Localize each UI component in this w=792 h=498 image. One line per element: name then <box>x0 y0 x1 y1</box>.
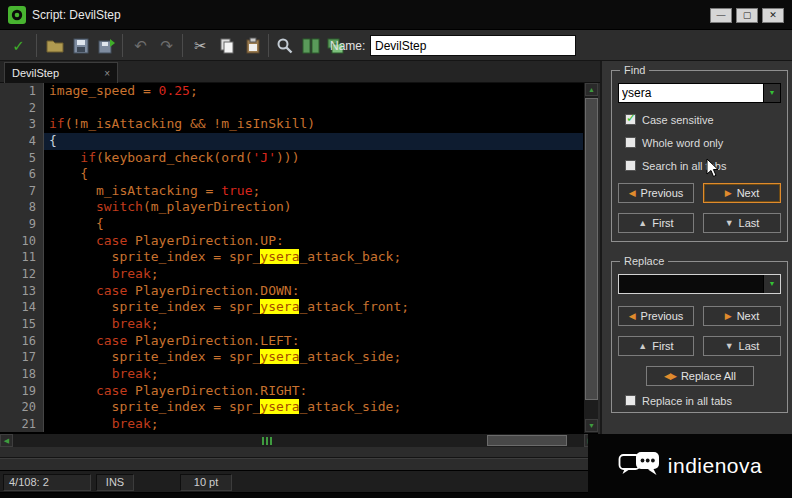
line-number: 6 <box>0 166 44 183</box>
search-icon[interactable] <box>272 33 297 58</box>
code-line[interactable]: 19 case PlayerDirection.RIGHT: <box>0 383 583 400</box>
code-line[interactable]: 4{ <box>0 133 583 150</box>
code-line[interactable]: 10 case PlayerDirection.UP: <box>0 233 583 250</box>
name-input[interactable] <box>370 35 576 56</box>
status-font-size: 10 pt <box>180 474 232 491</box>
undo-icon[interactable]: ↶ <box>128 33 153 58</box>
scroll-left-icon[interactable]: ◀ <box>0 434 13 447</box>
code-line[interactable]: 20 sprite_index = spr_ysera_attack_side; <box>0 399 583 416</box>
dropdown-arrow-icon[interactable]: ▼ <box>763 275 780 293</box>
code-line[interactable]: 16 case PlayerDirection.LEFT: <box>0 333 583 350</box>
save-icon[interactable] <box>68 33 93 58</box>
replace-first-button[interactable]: ▲ First <box>618 336 694 356</box>
code-text[interactable]: sprite_index = spr_ysera_attack_side; <box>44 349 583 366</box>
code-line[interactable]: 2 <box>0 100 583 117</box>
window-title: Script: DevilStep <box>32 8 121 22</box>
code-editor[interactable]: 1image_speed = 0.25;23if(!m_isAttacking … <box>0 83 583 433</box>
redo-icon[interactable]: ↷ <box>154 33 179 58</box>
find-previous-button[interactable]: ◀ Previous <box>618 183 694 203</box>
replace-next-button[interactable]: ▶ Next <box>703 306 781 326</box>
toolbar-separator <box>182 34 183 57</box>
code-line[interactable]: 7 m_isAttacking = true; <box>0 183 583 200</box>
checkbox-box[interactable]: ✓ <box>625 114 636 125</box>
code-line[interactable]: 11 sprite_index = spr_ysera_attack_back; <box>0 249 583 266</box>
replace-input[interactable] <box>619 275 763 293</box>
line-number: 12 <box>0 266 44 283</box>
find-last-button[interactable]: ▼ Last <box>703 213 781 233</box>
cut-icon[interactable]: ✂ <box>188 33 213 58</box>
horizontal-scroll-thumb[interactable] <box>487 435 567 446</box>
code-text[interactable]: { <box>44 216 583 233</box>
replace-combobox[interactable]: ▼ <box>618 274 781 294</box>
code-line[interactable]: 21 break; <box>0 416 583 433</box>
code-text[interactable]: if(keyboard_check(ord('J'))) <box>44 150 583 167</box>
code-line[interactable]: 9 { <box>0 216 583 233</box>
title-bar[interactable]: Script: DevilStep — ▢ ✕ <box>0 0 792 30</box>
save-as-icon[interactable] <box>94 33 119 58</box>
find-next-button[interactable]: ▶ Next <box>703 183 781 203</box>
find-first-button[interactable]: ▲ First <box>618 213 694 233</box>
code-text[interactable]: { <box>44 166 583 183</box>
code-line[interactable]: 6 { <box>0 166 583 183</box>
code-text[interactable]: case PlayerDirection.DOWN: <box>44 283 583 300</box>
vertical-scroll-thumb[interactable] <box>585 98 598 400</box>
tab-devilstep[interactable]: DevilStep × <box>4 62 118 83</box>
vertical-scrollbar[interactable]: ▲ ▼ <box>583 83 598 433</box>
horizontal-scrollbar[interactable]: ◀ ▶ <box>0 433 598 447</box>
code-text[interactable]: switch(m_playerDirection) <box>44 199 583 216</box>
toolbar-separator <box>36 34 37 57</box>
code-line[interactable]: 3if(!m_isAttacking && !m_isInSkill) <box>0 116 583 133</box>
code-line[interactable]: 18 break; <box>0 366 583 383</box>
code-text[interactable]: case PlayerDirection.RIGHT: <box>44 383 583 400</box>
code-text[interactable]: m_isAttacking = true; <box>44 183 583 200</box>
code-text[interactable]: sprite_index = spr_ysera_attack_back; <box>44 249 583 266</box>
code-text[interactable] <box>44 100 583 117</box>
code-line[interactable]: 1image_speed = 0.25; <box>0 83 583 100</box>
line-number: 3 <box>0 116 44 133</box>
minimize-button[interactable]: — <box>710 8 732 23</box>
code-text[interactable]: case PlayerDirection.LEFT: <box>44 333 583 350</box>
window-split-icon[interactable] <box>298 33 323 58</box>
code-text[interactable]: sprite_index = spr_ysera_attack_side; <box>44 399 583 416</box>
code-line[interactable]: 8 switch(m_playerDirection) <box>0 199 583 216</box>
code-text[interactable]: sprite_index = spr_ysera_attack_front; <box>44 299 583 316</box>
checkbox-box[interactable] <box>625 160 636 171</box>
maximize-button[interactable]: ▢ <box>736 8 758 23</box>
code-line[interactable]: 5 if(keyboard_check(ord('J'))) <box>0 150 583 167</box>
checkbox-box[interactable] <box>625 395 636 406</box>
code-text[interactable]: break; <box>44 316 583 333</box>
copy-icon[interactable] <box>214 33 239 58</box>
replace-previous-button[interactable]: ◀ Previous <box>618 306 694 326</box>
case-sensitive-checkbox[interactable]: ✓ Case sensitive <box>625 113 714 126</box>
replace-last-button[interactable]: ▼ Last <box>703 336 781 356</box>
code-text[interactable]: case PlayerDirection.UP: <box>44 233 583 250</box>
find-input[interactable] <box>619 84 763 102</box>
close-button[interactable]: ✕ <box>762 8 784 23</box>
replace-all-tabs-checkbox[interactable]: Replace in all tabs <box>625 394 732 407</box>
code-text[interactable]: image_speed = 0.25; <box>44 83 583 100</box>
code-text[interactable]: break; <box>44 266 583 283</box>
whole-word-checkbox[interactable]: Whole word only <box>625 136 723 149</box>
code-text[interactable]: { <box>44 133 583 150</box>
bottom-filler <box>0 493 590 498</box>
code-line[interactable]: 13 case PlayerDirection.DOWN: <box>0 283 583 300</box>
code-text[interactable]: break; <box>44 416 583 433</box>
checkbox-box[interactable] <box>625 137 636 148</box>
code-line[interactable]: 12 break; <box>0 266 583 283</box>
paste-icon[interactable] <box>240 33 265 58</box>
scroll-down-icon[interactable]: ▼ <box>585 419 598 432</box>
splitter-grip[interactable] <box>262 437 272 445</box>
dropdown-arrow-icon[interactable]: ▼ <box>763 84 780 102</box>
code-text[interactable]: if(!m_isAttacking && !m_isInSkill) <box>44 116 583 133</box>
scroll-up-icon[interactable]: ▲ <box>585 83 598 96</box>
line-number: 8 <box>0 199 44 216</box>
accept-icon[interactable]: ✓ <box>6 33 31 58</box>
tab-close-icon[interactable]: × <box>104 68 110 79</box>
open-icon[interactable] <box>42 33 67 58</box>
code-line[interactable]: 17 sprite_index = spr_ysera_attack_side; <box>0 349 583 366</box>
code-line[interactable]: 14 sprite_index = spr_ysera_attack_front… <box>0 299 583 316</box>
find-combobox[interactable]: ▼ <box>618 83 781 103</box>
code-line[interactable]: 15 break; <box>0 316 583 333</box>
code-text[interactable]: break; <box>44 366 583 383</box>
replace-all-button[interactable]: ◀▶ Replace All <box>646 366 754 386</box>
